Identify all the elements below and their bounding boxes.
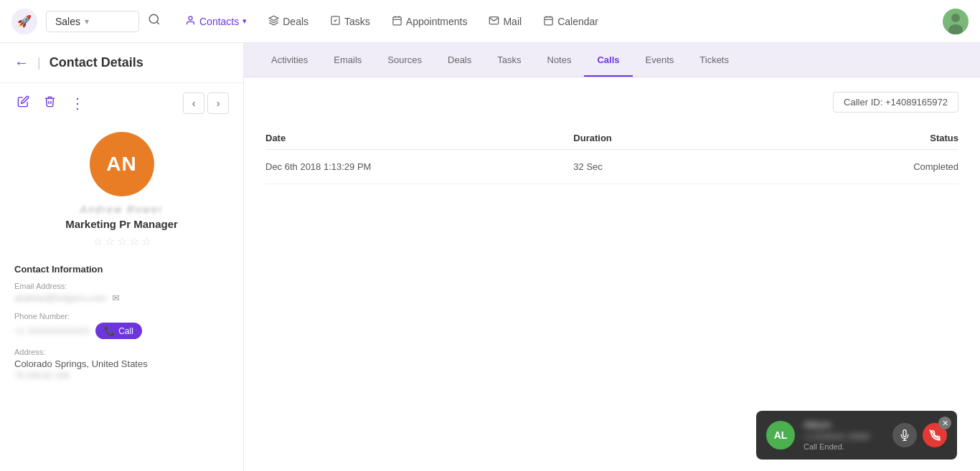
phone-field: Phone Number: +1 XXXXXXXXXX 📞 Call [14, 312, 229, 339]
call-ended-label: Call Ended. [804, 442, 884, 451]
calendar-icon [543, 15, 554, 28]
call-duration: 32 Sec [573, 161, 804, 172]
phone-icon: 📞 [104, 325, 116, 336]
tabs-bar: Activities Emails Sources Deals Tasks No… [244, 43, 980, 77]
contact-info-title: Contact Information [14, 264, 229, 275]
tab-tickets[interactable]: Tickets [687, 43, 742, 77]
star-4[interactable]: ☆ [129, 234, 139, 248]
nav-items: Contacts ▾ Deals Tasks Appointments Ma [175, 9, 940, 34]
page-title: Contact Details [50, 55, 143, 70]
caller-id-label: Caller ID: [844, 97, 882, 108]
col-header-date: Date [265, 133, 573, 143]
call-button[interactable]: 📞 Call [95, 323, 142, 339]
edit-icon[interactable] [14, 92, 32, 114]
mail-icon [489, 15, 499, 28]
sales-selector[interactable]: Sales ▾ [46, 11, 139, 32]
caller-id-value: +14089165972 [885, 97, 948, 108]
breadcrumb-divider: | [37, 55, 41, 70]
tasks-icon [330, 15, 341, 28]
nav-appointments[interactable]: Appointments [382, 9, 478, 34]
breadcrumb: ← | Contact Details [0, 43, 243, 83]
page-layout: ← | Contact Details ⋮ ‹ › AN Andrew Rowe… [0, 43, 980, 471]
user-avatar[interactable] [943, 9, 969, 34]
contact-avatar-section: AN Andrew Rower Marketing Pr Manager ☆ ☆… [0, 123, 243, 254]
popup-caller-name: Allison [804, 419, 884, 430]
tab-notes[interactable]: Notes [534, 43, 585, 77]
back-button[interactable]: ← [14, 54, 29, 71]
chevron-down-icon: ▾ [85, 16, 89, 27]
appointments-label: Appointments [406, 16, 468, 27]
popup-caller-number: +1 8196421 29898 [804, 432, 884, 441]
tasks-label: Tasks [344, 16, 370, 27]
email-icon[interactable]: ✉ [112, 292, 120, 303]
contacts-chevron: ▾ [242, 16, 247, 26]
address-label: Address: [14, 348, 229, 356]
tab-activities[interactable]: Activities [258, 43, 321, 77]
sales-label: Sales [55, 16, 80, 27]
logo[interactable]: 🚀 [11, 9, 37, 34]
call-status: Completed [804, 161, 958, 172]
table-row: Dec 6th 2018 1:13:29 PM 32 Sec Completed [265, 150, 958, 184]
svg-line-3 [156, 22, 159, 24]
col-header-duration: Duration [573, 133, 804, 143]
call-date: Dec 6th 2018 1:13:29 PM [265, 161, 573, 172]
tab-deals[interactable]: Deals [435, 43, 484, 77]
popup-call-info: Allison +1 8196421 29898 Call Ended. [804, 419, 884, 451]
contact-name: Andrew Rower [80, 204, 164, 215]
right-panel: Activities Emails Sources Deals Tasks No… [244, 43, 980, 471]
close-popup-button[interactable]: ✕ [938, 417, 951, 429]
nav-contacts[interactable]: Contacts ▾ [175, 9, 257, 34]
tab-events[interactable]: Events [633, 43, 687, 77]
svg-text:🚀: 🚀 [17, 14, 32, 28]
email-field: Email Address: andrew@hotguru.com ✉ [14, 282, 229, 303]
caller-id-bar: Caller ID: +14089165972 [265, 92, 958, 113]
deals-icon [268, 15, 279, 28]
phone-label: Phone Number: [14, 312, 229, 320]
tab-emails[interactable]: Emails [321, 43, 374, 77]
svg-rect-10 [545, 16, 552, 24]
mute-button[interactable] [892, 423, 917, 447]
address-sub: 79 209 82 164 [14, 371, 229, 381]
phone-value: +1 XXXXXXXXXX 📞 Call [14, 323, 229, 339]
next-contact-button[interactable]: › [207, 92, 229, 114]
star-2[interactable]: ☆ [105, 234, 115, 248]
email-text: andrew@hotguru.com [14, 292, 106, 303]
caller-id-badge: Caller ID: +14089165972 [833, 92, 958, 113]
address-field: Address: Colorado Springs, United States… [14, 348, 229, 381]
star-3[interactable]: ☆ [117, 234, 127, 248]
delete-icon[interactable] [41, 92, 59, 114]
contacts-icon [185, 15, 196, 28]
col-header-status: Status [804, 133, 958, 143]
nav-mail[interactable]: Mail [479, 9, 532, 34]
svg-point-4 [189, 16, 192, 19]
star-5[interactable]: ☆ [141, 234, 151, 248]
nav-arrows: ‹ › [183, 92, 229, 114]
prev-contact-button[interactable]: ‹ [183, 92, 204, 114]
nav-tasks[interactable]: Tasks [320, 9, 380, 34]
nav-deals[interactable]: Deals [258, 9, 319, 34]
contact-actions: ⋮ ‹ › [0, 83, 243, 123]
contact-rating: ☆ ☆ ☆ ☆ ☆ [93, 234, 151, 248]
mail-label: Mail [503, 16, 522, 27]
contacts-label: Contacts [199, 16, 239, 27]
calls-table: Date Duration Status Dec 6th 2018 1:13:2… [265, 127, 958, 184]
contact-job-title: Marketing Pr Manager [65, 218, 178, 230]
contact-info-section: Contact Information Email Address: andre… [0, 254, 243, 399]
svg-point-15 [951, 14, 960, 22]
email-value: andrew@hotguru.com ✉ [14, 292, 229, 303]
table-header: Date Duration Status [265, 127, 958, 150]
search-button[interactable] [142, 7, 166, 35]
popup-caller-avatar: AL [766, 421, 795, 449]
call-ended-popup: ✕ AL Allison +1 8196421 29898 Call Ended… [756, 411, 957, 460]
star-1[interactable]: ☆ [93, 234, 103, 248]
tab-calls[interactable]: Calls [584, 43, 632, 77]
more-icon[interactable]: ⋮ [67, 92, 88, 115]
contact-avatar: AN [90, 132, 154, 196]
deals-label: Deals [283, 16, 308, 27]
address-value: Colorado Springs, United States [14, 358, 229, 369]
appointments-icon [392, 15, 402, 28]
phone-text: +1 XXXXXXXXXX [14, 325, 90, 336]
nav-calendar[interactable]: Calendar [533, 9, 608, 34]
tab-tasks[interactable]: Tasks [484, 43, 534, 77]
tab-sources[interactable]: Sources [374, 43, 435, 77]
